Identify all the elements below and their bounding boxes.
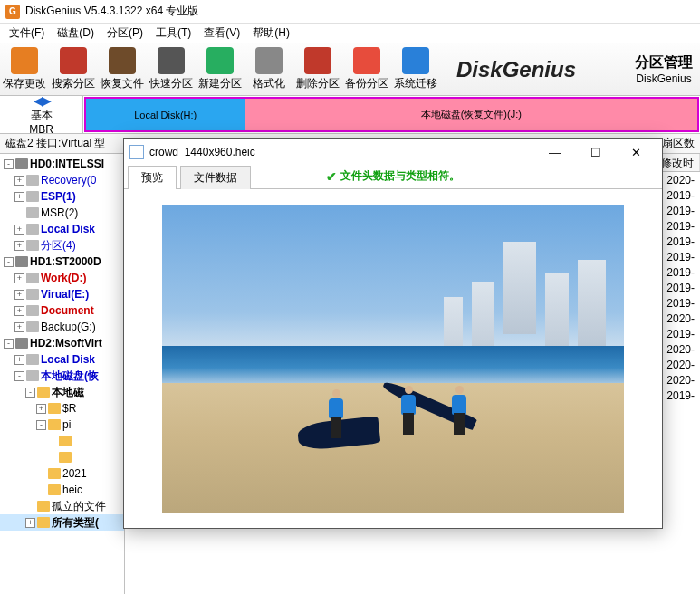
tree-node[interactable]: +Local Disk [0, 351, 124, 368]
brand-logo: DiskGenius [447, 57, 628, 82]
preview-image [162, 205, 624, 513]
tree-node[interactable] [0, 449, 124, 465]
menu-view[interactable]: 查看(V) [198, 24, 245, 43]
expand-icon[interactable]: + [25, 518, 35, 528]
expand-icon[interactable]: - [4, 339, 14, 349]
toolbar-icon [206, 47, 234, 74]
toolbar-6[interactable]: 删除分区 [293, 44, 342, 95]
tree-node[interactable]: +Work(D:) [0, 270, 124, 286]
partition-icon [26, 207, 39, 218]
validation-message: ✔ 文件头数据与类型相符。 [326, 168, 460, 184]
tab-raw-data[interactable]: 文件数据 [180, 166, 251, 189]
partition-icon [26, 305, 39, 316]
tree-node[interactable]: +Backup(G:) [0, 319, 124, 335]
toolbar-5[interactable]: 格式化 [245, 44, 293, 95]
partition-segment[interactable]: Local Disk(H:) [86, 99, 245, 130]
tree-node[interactable]: -HD2:MsoftVirt [0, 335, 124, 351]
tree-node[interactable]: -本地磁盘(恢 [0, 368, 124, 384]
toolbar-4[interactable]: 新建分区 [196, 44, 245, 95]
expand-icon[interactable]: + [14, 192, 24, 202]
partition-icon [26, 273, 39, 283]
menu-tools[interactable]: 工具(T) [150, 24, 197, 43]
menu-help[interactable]: 帮助(H) [247, 24, 295, 43]
tree-node[interactable] [0, 433, 124, 449]
toolbar-icon [353, 47, 380, 74]
tree-node[interactable]: heic [0, 482, 124, 498]
menu-partition[interactable]: 分区(P) [101, 24, 149, 43]
toolbar: 保存更改搜索分区恢复文件快速分区新建分区格式化删除分区备份分区系统迁移 Disk… [0, 43, 700, 96]
check-icon: ✔ [326, 169, 337, 184]
tab-preview[interactable]: 预览 [128, 166, 177, 189]
preview-titlebar[interactable]: crowd_1440x960.heic — ☐ ✕ [124, 139, 662, 166]
tree-node[interactable]: +Document [0, 302, 124, 319]
toolbar-icon [60, 47, 87, 74]
expand-icon[interactable]: - [14, 371, 24, 381]
preview-window: crowd_1440x960.heic — ☐ ✕ 预览 文件数据 ✔ 文件头数… [123, 138, 663, 529]
folder-icon [48, 403, 61, 414]
toolbar-0[interactable]: 保存更改 [0, 44, 49, 95]
tree-node[interactable]: -HD0:INTELSSI [0, 156, 124, 172]
disk-tree[interactable]: -HD0:INTELSSI+Recovery(0+ESP(1)MSR(2)+Lo… [0, 154, 125, 594]
expand-icon[interactable]: + [14, 290, 24, 300]
minimize-button[interactable]: — [534, 139, 575, 165]
disk-icon [15, 256, 28, 267]
tree-node[interactable]: -pi [0, 417, 124, 433]
partition-icon [26, 321, 39, 332]
folder-icon [48, 419, 61, 430]
tree-node[interactable]: +ESP(1) [0, 188, 124, 205]
expand-icon[interactable]: + [14, 241, 24, 251]
folder-icon [37, 387, 50, 398]
preview-tabs: 预览 文件数据 ✔ 文件头数据与类型相符。 [124, 166, 662, 189]
tree-node[interactable]: -本地磁 [0, 384, 124, 400]
expand-icon[interactable]: + [14, 273, 24, 283]
partition-icon [26, 354, 39, 365]
expand-icon[interactable]: - [36, 420, 46, 430]
tree-node[interactable]: 2021 [0, 465, 124, 482]
window-title: DiskGenius V5.4.3.1322 x64 专业版 [25, 4, 198, 19]
tree-node[interactable]: +$R [0, 400, 124, 417]
toolbar-8[interactable]: 系统迁移 [391, 44, 440, 95]
menu-disk[interactable]: 磁盘(D) [52, 24, 100, 43]
toolbar-3[interactable]: 快速分区 [147, 44, 196, 95]
tree-node[interactable]: MSR(2) [0, 205, 124, 221]
toolbar-icon [402, 47, 429, 74]
expand-icon[interactable]: + [36, 404, 46, 414]
partition-icon [26, 175, 39, 186]
preview-title: crowd_1440x960.heic [149, 146, 255, 158]
nav-arrows-icon[interactable]: ◀▶ [34, 93, 50, 108]
tree-node[interactable]: 孤立的文件 [0, 498, 124, 514]
toolbar-icon [109, 47, 136, 74]
image-icon [129, 145, 144, 159]
tree-node[interactable]: +所有类型( [0, 514, 124, 531]
expand-icon[interactable]: + [14, 225, 24, 235]
expand-icon[interactable]: - [4, 159, 14, 169]
expand-icon[interactable]: - [4, 257, 14, 267]
tree-node[interactable]: -HD1:ST2000D [0, 254, 124, 270]
toolbar-7[interactable]: 备份分区 [342, 44, 391, 95]
tree-node[interactable]: +Recovery(0 [0, 172, 124, 188]
titlebar: G DiskGenius V5.4.3.1322 x64 专业版 [0, 0, 700, 24]
tree-node[interactable]: +分区(4) [0, 237, 124, 254]
toolbar-1[interactable]: 搜索分区 [49, 44, 98, 95]
tree-node[interactable]: +Local Disk [0, 221, 124, 237]
maximize-button[interactable]: ☐ [575, 139, 616, 165]
expand-icon[interactable]: + [14, 306, 24, 316]
partition-segment[interactable]: 本地磁盘(恢复文件)(J:) [245, 99, 698, 130]
folder-icon [37, 501, 50, 512]
expand-icon[interactable]: - [25, 388, 35, 398]
menu-file[interactable]: 文件(F) [4, 24, 50, 43]
folder-icon [59, 452, 72, 463]
partition-icon [26, 240, 39, 251]
tree-node[interactable]: +Virual(E:) [0, 286, 124, 302]
expand-icon[interactable]: + [14, 355, 24, 365]
toolbar-2[interactable]: 恢复文件 [98, 44, 147, 95]
toolbar-icon [158, 47, 185, 74]
brand-sub: 分区管理 DiskGenius [628, 53, 700, 85]
close-button[interactable]: ✕ [616, 139, 657, 165]
expand-icon[interactable]: + [14, 176, 24, 186]
folder-icon [48, 468, 61, 479]
partition-icon [26, 370, 39, 381]
menubar: 文件(F) 磁盘(D) 分区(P) 工具(T) 查看(V) 帮助(H) [0, 24, 700, 43]
partition-icon [26, 224, 39, 235]
expand-icon[interactable]: + [14, 322, 24, 332]
